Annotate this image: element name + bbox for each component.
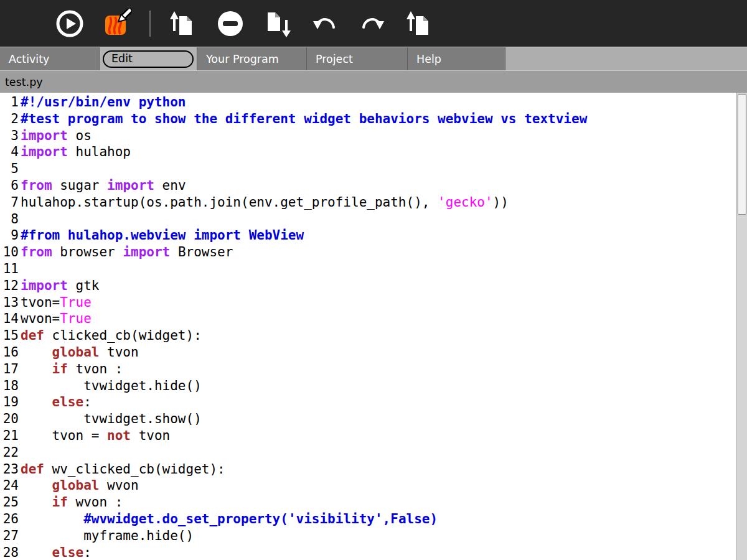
code-line: 24 global wvon [0,477,736,494]
code-line-text: from browser import Browser [19,244,233,261]
line-number: 21 [0,427,19,444]
menu-tab-project[interactable]: Project [307,47,408,70]
code-line-text: tvon = not tvon [19,427,170,444]
document-arrow-up-icon [168,9,198,39]
line-number: 5 [0,161,19,177]
code-line: 4import hulahop [0,144,736,161]
code-line: 6from sugar import env [0,177,736,194]
code-line-text: import hulahop [19,144,131,161]
menu-tab-help[interactable]: Help [408,47,505,70]
code-line-text: def clicked_cb(widget): [19,327,202,344]
redo-button[interactable] [357,9,387,39]
code-line-text: global wvon [19,477,139,494]
code-line-text: import os [19,128,92,144]
code-line-text: global tvon [19,344,139,361]
undo-button[interactable] [310,9,340,39]
import-document-button[interactable] [168,9,198,39]
code-line-text: #test program to show the different widg… [19,111,587,128]
code-line: 26 #wvwidget.do_set_property('visibility… [0,511,736,528]
line-number: 1 [0,94,19,111]
code-line: 17 if tvon : [0,361,736,378]
line-number: 6 [0,177,19,194]
document-arrow-up-icon [405,9,435,39]
line-number: 2 [0,111,19,128]
code-line-text: tvon=True [19,294,92,311]
code-line: 11 [0,261,736,278]
code-line: 28 else: [0,544,736,560]
editor-panel: 1#!/usr/bin/env python2#test program to … [0,93,747,560]
redo-arrow-icon [357,9,387,39]
line-number: 23 [0,461,19,478]
line-number: 26 [0,511,19,528]
code-line: 22 [0,444,736,461]
line-number: 27 [0,528,19,544]
code-line: 2#test program to show the different wid… [0,111,736,128]
document-arrow-down-icon [263,9,293,39]
line-number: 24 [0,477,19,494]
code-line: 1#!/usr/bin/env python [0,94,736,111]
code-line: 27 myframe.hide() [0,528,736,544]
file-bar: test.py [0,70,747,93]
menu-tab-your-program[interactable]: Your Program [197,47,307,70]
code-line-text: tvwidget.show() [19,411,202,427]
toolbar-separator [149,11,151,37]
code-line-text: import gtk [19,278,99,294]
keep-document-button[interactable] [405,9,435,39]
code-line: 18 tvwidget.hide() [0,378,736,394]
line-number: 12 [0,278,19,294]
code-line-text [19,211,21,228]
code-line-text: #wvwidget.do_set_property('visibility',F… [19,511,438,528]
line-number: 28 [0,544,19,560]
line-number: 25 [0,494,19,511]
code-line: 16 global tvon [0,344,736,361]
line-number: 13 [0,294,19,311]
code-line-text: tvwidget.hide() [19,378,202,394]
line-number: 9 [0,227,19,244]
menu-bar: ActivityEditYour ProgramProjectHelp [0,47,747,70]
code-line-text [19,161,21,177]
code-line: 25 if wvon : [0,494,736,511]
code-line: 10from browser import Browser [0,244,736,261]
play-circle-icon [55,9,85,39]
scrollbar-thumb[interactable] [738,94,746,215]
code-line-text: else: [19,394,92,411]
menu-tab-edit[interactable]: Edit [100,47,197,70]
code-editor[interactable]: 1#!/usr/bin/env python2#test program to … [0,93,736,560]
code-line-text: hulahop.startup(os.path.join(env.get_pro… [19,194,509,211]
code-line: 12import gtk [0,278,736,294]
line-number: 15 [0,327,19,344]
code-line-text: wvon=True [19,310,92,327]
line-number: 16 [0,344,19,361]
line-number: 8 [0,211,19,228]
code-line: 20 tvwidget.show() [0,411,736,427]
code-line-text: if wvon : [19,494,123,511]
code-line: 13tvon=True [0,294,736,311]
active-tab-outline: Edit [103,50,194,68]
export-document-button[interactable] [263,9,293,39]
code-line-text: #!/usr/bin/env python [19,94,186,111]
code-line: 8 [0,211,736,228]
code-line-text: else: [19,544,92,560]
line-number: 17 [0,361,19,378]
line-number: 22 [0,444,19,461]
code-line: 3import os [0,128,736,144]
vertical-scrollbar[interactable] [736,93,747,560]
code-line-text: from sugar import env [19,177,186,194]
line-number: 3 [0,128,19,144]
line-number: 11 [0,261,19,278]
code-line: 9#from hulahop.webview import WebView [0,227,736,244]
code-line: 5 [0,161,736,177]
code-line-text: myframe.hide() [19,528,194,544]
code-line: 14wvon=True [0,310,736,327]
stop-button[interactable] [215,9,245,39]
line-number: 18 [0,378,19,394]
code-line: 19 else: [0,394,736,411]
line-number: 7 [0,194,19,211]
keep-to-journal-button[interactable] [102,9,132,39]
code-line: 23def wv_clicked_cb(widget): [0,461,736,478]
run-button[interactable] [55,9,85,39]
code-line-text [19,261,21,278]
menu-tab-activity[interactable]: Activity [0,47,100,70]
top-toolbar [0,0,747,47]
journal-arrow-icon [102,9,132,39]
